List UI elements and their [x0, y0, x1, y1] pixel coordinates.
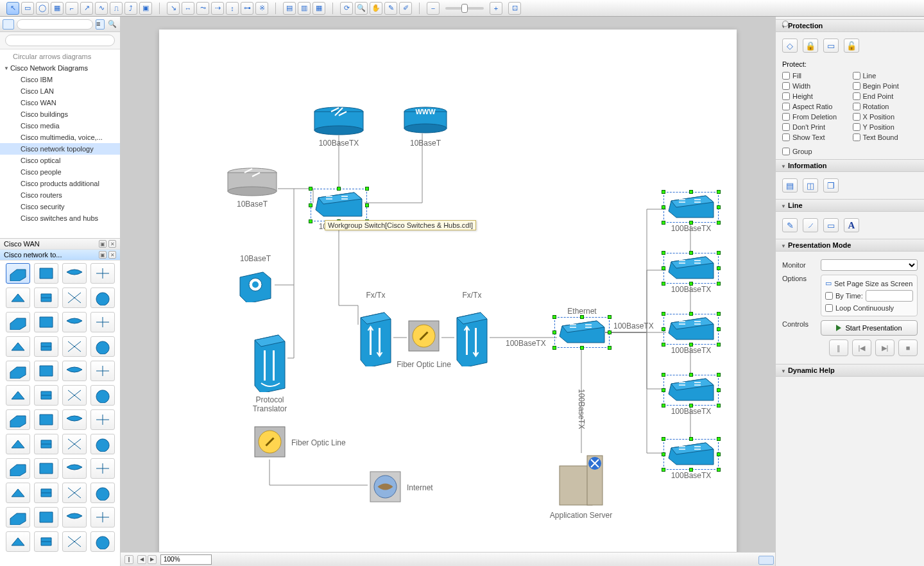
tool-align-1[interactable]: ▤: [283, 2, 296, 15]
bytime-checkbox[interactable]: [825, 292, 833, 300]
stencil-item[interactable]: [34, 507, 58, 527]
stencil-item[interactable]: [6, 531, 30, 552]
tree-item[interactable]: Cisco routers: [0, 189, 120, 201]
stencil-item[interactable]: [62, 507, 87, 527]
stencil-item[interactable]: [62, 361, 87, 381]
zoom-fit-button[interactable]: ⊡: [508, 2, 521, 15]
tool-conn-5[interactable]: ⤴: [124, 2, 137, 15]
stencil-item[interactable]: [62, 483, 87, 503]
line-pen-icon[interactable]: ✎: [782, 218, 798, 232]
protect-option[interactable]: Rotation: [853, 103, 918, 110]
protect-option[interactable]: Width: [782, 82, 848, 90]
stencil-item[interactable]: [62, 531, 87, 552]
diagram-node-www[interactable]: WWW: [403, 107, 448, 133]
stencil-item[interactable]: [34, 336, 58, 357]
prev-slide-button[interactable]: |◀: [852, 339, 871, 356]
protect-icon-1[interactable]: ◇: [782, 39, 798, 53]
tool-conn-3[interactable]: ∿: [95, 2, 108, 15]
diagram-node-fiber-1[interactable]: [406, 318, 441, 354]
tool-conn-1[interactable]: ⌐: [65, 2, 78, 15]
stencil-item[interactable]: [34, 263, 58, 284]
info-icon-2[interactable]: ◫: [803, 178, 818, 193]
sb-pause[interactable]: ‖: [124, 555, 133, 564]
zoom-out-button[interactable]: −: [427, 2, 440, 15]
stencil-item[interactable]: [90, 361, 115, 381]
stencil-item[interactable]: [90, 507, 115, 527]
stencil-item[interactable]: [90, 531, 115, 552]
tool-arrow-2[interactable]: ↔: [182, 2, 194, 15]
stencil-item[interactable]: [90, 483, 115, 503]
stencil-item[interactable]: [6, 409, 30, 430]
stencil-item[interactable]: [34, 385, 58, 406]
tool-eyedrop[interactable]: ✎: [384, 2, 397, 15]
stencil-item[interactable]: [90, 312, 115, 332]
line-header[interactable]: Line: [776, 199, 924, 212]
protect-option[interactable]: End Point: [853, 92, 918, 100]
diagram-node-proto-trans[interactable]: [252, 331, 287, 392]
tool-edit[interactable]: ✐: [399, 2, 412, 15]
tool-conn-2[interactable]: ↗: [80, 2, 93, 15]
library-tab[interactable]: Cisco network to...▣✕: [0, 250, 120, 261]
protect-option[interactable]: Y Position: [853, 123, 918, 131]
stencil-item[interactable]: [90, 434, 115, 454]
tree-item[interactable]: Cisco Network Diagrams: [0, 62, 120, 74]
stencil-item[interactable]: [6, 336, 30, 357]
protect-lock-icon[interactable]: 🔒: [803, 39, 818, 53]
line-rect-icon[interactable]: ▭: [823, 218, 839, 232]
stencil-item[interactable]: [34, 434, 58, 454]
presentation-header[interactable]: Presentation Mode: [776, 239, 924, 252]
stencil-item[interactable]: [62, 385, 87, 406]
sb-prev[interactable]: ◀: [137, 555, 146, 564]
diagram-node-fiber-2[interactable]: [252, 424, 287, 459]
protect-icon-3[interactable]: ▭: [823, 39, 839, 53]
stencil-item[interactable]: [6, 361, 30, 381]
diagram-node-app-server[interactable]: [557, 453, 605, 508]
library-list-icon[interactable]: ≡: [96, 19, 105, 30]
protect-option[interactable]: Text Bound: [853, 133, 918, 141]
tool-refresh[interactable]: ⟳: [340, 2, 353, 15]
diagram-node-router-blue[interactable]: [313, 107, 364, 135]
tool-arrow-7[interactable]: ※: [255, 2, 268, 15]
stencil-item[interactable]: [90, 385, 115, 406]
stencil-item[interactable]: [62, 434, 87, 454]
tool-hand[interactable]: ✋: [370, 2, 382, 15]
start-presentation-button[interactable]: Start Presentation: [821, 320, 918, 336]
stencil-item[interactable]: [62, 312, 87, 332]
protect-icon-4[interactable]: 🔓: [844, 39, 859, 53]
protect-option[interactable]: From Deletion: [782, 113, 848, 121]
stencil-item[interactable]: [34, 458, 58, 479]
line-text-icon[interactable]: A: [844, 218, 859, 232]
tool-rect[interactable]: ▭: [21, 2, 34, 15]
tree-item[interactable]: Cisco IBM: [0, 74, 120, 85]
information-header[interactable]: Information: [776, 159, 924, 172]
stencil-item[interactable]: [62, 287, 87, 308]
tool-arrow-4[interactable]: ⇢: [211, 2, 224, 15]
tool-conn-4[interactable]: ⎍: [110, 2, 123, 15]
stencil-item[interactable]: [34, 361, 58, 381]
stencil-item[interactable]: [62, 336, 87, 357]
filter-input[interactable]: [5, 35, 115, 46]
search-icon[interactable]: 🔍: [107, 19, 117, 30]
bytime-input[interactable]: [866, 290, 913, 302]
info-icon-1[interactable]: ▤: [782, 178, 798, 193]
diagram-node-router-gray[interactable]: [227, 167, 278, 196]
tree-item[interactable]: Cisco switches and hubs: [0, 212, 120, 224]
monitor-select[interactable]: [821, 259, 918, 271]
stencil-item[interactable]: [34, 531, 58, 552]
line-brush-icon[interactable]: ⟋: [803, 218, 818, 232]
stencil-item[interactable]: [34, 483, 58, 503]
tool-ellipse[interactable]: ◯: [36, 2, 49, 15]
stencil-item[interactable]: [62, 409, 87, 430]
info-icon-3[interactable]: ❐: [823, 178, 839, 193]
stencil-item[interactable]: [62, 263, 87, 284]
protect-option[interactable]: Don't Print: [782, 123, 848, 131]
loop-checkbox[interactable]: [825, 304, 833, 312]
tool-align-2[interactable]: ▥: [298, 2, 311, 15]
zoom-in-button[interactable]: +: [490, 2, 502, 15]
stop-button[interactable]: ■: [898, 339, 918, 356]
protect-option[interactable]: Show Text: [782, 133, 848, 141]
tree-item[interactable]: Cisco optical: [0, 155, 120, 166]
tool-pointer[interactable]: ↖: [6, 2, 19, 15]
diagram-node-fxtx-2[interactable]: [454, 309, 490, 366]
diagram-node-internet[interactable]: [368, 469, 403, 504]
